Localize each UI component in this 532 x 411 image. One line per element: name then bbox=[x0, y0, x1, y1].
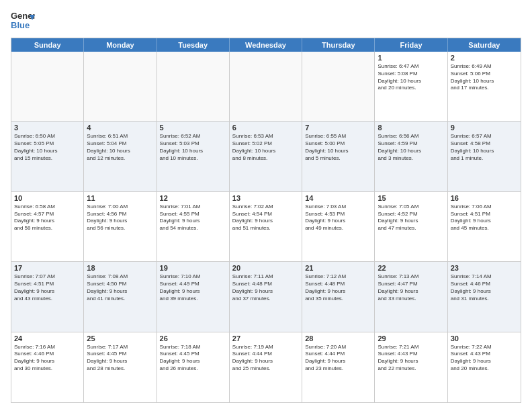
weekday-header-wednesday: Wednesday bbox=[230, 38, 302, 52]
day-number: 1 bbox=[378, 54, 444, 62]
day-info: Sunrise: 7:05 AMSunset: 4:52 PMDaylight:… bbox=[378, 203, 444, 232]
day-number: 29 bbox=[378, 334, 444, 342]
day-cell-28: 28Sunrise: 7:20 AMSunset: 4:44 PMDayligh… bbox=[302, 332, 375, 402]
day-number: 19 bbox=[160, 264, 226, 272]
day-info: Sunrise: 7:07 AMSunset: 4:51 PMDaylight:… bbox=[14, 273, 81, 302]
day-cell-29: 29Sunrise: 7:21 AMSunset: 4:43 PMDayligh… bbox=[375, 332, 447, 402]
day-number: 24 bbox=[14, 334, 81, 342]
day-cell-18: 18Sunrise: 7:08 AMSunset: 4:50 PMDayligh… bbox=[84, 262, 157, 331]
day-number: 22 bbox=[378, 264, 444, 272]
day-info: Sunrise: 7:08 AMSunset: 4:50 PMDaylight:… bbox=[87, 273, 153, 302]
calendar-header: SundayMondayTuesdayWednesdayThursdayFrid… bbox=[11, 38, 521, 52]
day-info: Sunrise: 6:55 AMSunset: 5:00 PMDaylight:… bbox=[305, 133, 371, 162]
day-cell-7: 7Sunrise: 6:55 AMSunset: 5:00 PMDaylight… bbox=[302, 122, 375, 191]
day-info: Sunrise: 6:53 AMSunset: 5:02 PMDaylight:… bbox=[232, 133, 299, 162]
day-info: Sunrise: 6:52 AMSunset: 5:03 PMDaylight:… bbox=[160, 133, 226, 162]
logo-icon: General Blue bbox=[11, 8, 35, 32]
day-info: Sunrise: 7:01 AMSunset: 4:55 PMDaylight:… bbox=[160, 203, 226, 232]
weekday-header-friday: Friday bbox=[375, 38, 447, 52]
day-number: 21 bbox=[305, 264, 371, 272]
day-info: Sunrise: 6:56 AMSunset: 4:59 PMDaylight:… bbox=[378, 133, 444, 162]
weekday-header-monday: Monday bbox=[84, 38, 157, 52]
empty-cell bbox=[302, 52, 375, 121]
day-info: Sunrise: 6:57 AMSunset: 4:58 PMDaylight:… bbox=[451, 133, 518, 162]
day-info: Sunrise: 7:10 AMSunset: 4:49 PMDaylight:… bbox=[160, 273, 226, 302]
day-info: Sunrise: 7:06 AMSunset: 4:51 PMDaylight:… bbox=[451, 203, 518, 232]
day-info: Sunrise: 7:00 AMSunset: 4:56 PMDaylight:… bbox=[87, 203, 153, 232]
day-cell-21: 21Sunrise: 7:12 AMSunset: 4:48 PMDayligh… bbox=[302, 262, 375, 331]
day-info: Sunrise: 7:03 AMSunset: 4:53 PMDaylight:… bbox=[305, 203, 371, 232]
empty-cell bbox=[11, 52, 84, 121]
day-cell-12: 12Sunrise: 7:01 AMSunset: 4:55 PMDayligh… bbox=[157, 192, 230, 261]
day-number: 4 bbox=[87, 124, 153, 132]
day-cell-10: 10Sunrise: 6:58 AMSunset: 4:57 PMDayligh… bbox=[11, 192, 84, 261]
day-cell-15: 15Sunrise: 7:05 AMSunset: 4:52 PMDayligh… bbox=[375, 192, 447, 261]
day-info: Sunrise: 6:51 AMSunset: 5:04 PMDaylight:… bbox=[87, 133, 153, 162]
day-cell-8: 8Sunrise: 6:56 AMSunset: 4:59 PMDaylight… bbox=[375, 122, 447, 191]
day-cell-19: 19Sunrise: 7:10 AMSunset: 4:49 PMDayligh… bbox=[157, 262, 230, 331]
day-info: Sunrise: 7:14 AMSunset: 4:46 PMDaylight:… bbox=[451, 273, 518, 302]
day-cell-6: 6Sunrise: 6:53 AMSunset: 5:02 PMDaylight… bbox=[230, 122, 302, 191]
day-number: 13 bbox=[232, 194, 299, 202]
calendar: SundayMondayTuesdayWednesdayThursdayFrid… bbox=[11, 38, 521, 403]
day-info: Sunrise: 6:47 AMSunset: 5:08 PMDaylight:… bbox=[378, 63, 444, 92]
day-number: 18 bbox=[87, 264, 153, 272]
day-number: 9 bbox=[451, 124, 518, 132]
weekday-header-saturday: Saturday bbox=[448, 38, 521, 52]
weekday-header-sunday: Sunday bbox=[11, 38, 84, 52]
day-number: 16 bbox=[451, 194, 518, 202]
day-cell-9: 9Sunrise: 6:57 AMSunset: 4:58 PMDaylight… bbox=[448, 122, 521, 191]
day-info: Sunrise: 7:13 AMSunset: 4:47 PMDaylight:… bbox=[378, 273, 444, 302]
calendar-row-4: 17Sunrise: 7:07 AMSunset: 4:51 PMDayligh… bbox=[11, 262, 521, 332]
svg-text:Blue: Blue bbox=[11, 20, 30, 30]
day-cell-13: 13Sunrise: 7:02 AMSunset: 4:54 PMDayligh… bbox=[230, 192, 302, 261]
day-number: 5 bbox=[160, 124, 226, 132]
day-cell-2: 2Sunrise: 6:49 AMSunset: 5:06 PMDaylight… bbox=[448, 52, 521, 121]
day-cell-25: 25Sunrise: 7:17 AMSunset: 4:45 PMDayligh… bbox=[84, 332, 157, 402]
calendar-row-2: 3Sunrise: 6:50 AMSunset: 5:05 PMDaylight… bbox=[11, 122, 521, 191]
empty-cell bbox=[84, 52, 157, 121]
day-cell-20: 20Sunrise: 7:11 AMSunset: 4:48 PMDayligh… bbox=[230, 262, 302, 331]
day-cell-30: 30Sunrise: 7:22 AMSunset: 4:43 PMDayligh… bbox=[448, 332, 521, 402]
day-cell-1: 1Sunrise: 6:47 AMSunset: 5:08 PMDaylight… bbox=[375, 52, 447, 121]
calendar-row-3: 10Sunrise: 6:58 AMSunset: 4:57 PMDayligh… bbox=[11, 192, 521, 262]
day-number: 20 bbox=[232, 264, 299, 272]
day-cell-14: 14Sunrise: 7:03 AMSunset: 4:53 PMDayligh… bbox=[302, 192, 375, 261]
day-info: Sunrise: 7:12 AMSunset: 4:48 PMDaylight:… bbox=[305, 273, 371, 302]
day-cell-23: 23Sunrise: 7:14 AMSunset: 4:46 PMDayligh… bbox=[448, 262, 521, 331]
day-number: 2 bbox=[451, 54, 518, 62]
day-number: 8 bbox=[378, 124, 444, 132]
day-number: 6 bbox=[232, 124, 299, 132]
day-number: 28 bbox=[305, 334, 371, 342]
day-info: Sunrise: 7:18 AMSunset: 4:45 PMDaylight:… bbox=[160, 344, 226, 373]
day-info: Sunrise: 7:17 AMSunset: 4:45 PMDaylight:… bbox=[87, 344, 153, 373]
day-number: 14 bbox=[305, 194, 371, 202]
day-number: 23 bbox=[451, 264, 518, 272]
day-cell-3: 3Sunrise: 6:50 AMSunset: 5:05 PMDaylight… bbox=[11, 122, 84, 191]
day-cell-16: 16Sunrise: 7:06 AMSunset: 4:51 PMDayligh… bbox=[448, 192, 521, 261]
day-info: Sunrise: 7:21 AMSunset: 4:43 PMDaylight:… bbox=[378, 344, 444, 373]
calendar-body: 1Sunrise: 6:47 AMSunset: 5:08 PMDaylight… bbox=[11, 52, 521, 402]
day-number: 27 bbox=[232, 334, 299, 342]
day-info: Sunrise: 6:49 AMSunset: 5:06 PMDaylight:… bbox=[451, 63, 518, 92]
day-info: Sunrise: 7:20 AMSunset: 4:44 PMDaylight:… bbox=[305, 344, 371, 373]
calendar-row-5: 24Sunrise: 7:16 AMSunset: 4:46 PMDayligh… bbox=[11, 332, 521, 402]
page: General Blue SundayMondayTuesdayWednesda… bbox=[0, 0, 532, 411]
day-info: Sunrise: 7:22 AMSunset: 4:43 PMDaylight:… bbox=[451, 344, 518, 373]
day-cell-11: 11Sunrise: 7:00 AMSunset: 4:56 PMDayligh… bbox=[84, 192, 157, 261]
day-cell-27: 27Sunrise: 7:19 AMSunset: 4:44 PMDayligh… bbox=[230, 332, 302, 402]
day-cell-24: 24Sunrise: 7:16 AMSunset: 4:46 PMDayligh… bbox=[11, 332, 84, 402]
calendar-row-1: 1Sunrise: 6:47 AMSunset: 5:08 PMDaylight… bbox=[11, 52, 521, 122]
day-info: Sunrise: 6:50 AMSunset: 5:05 PMDaylight:… bbox=[14, 133, 81, 162]
day-cell-22: 22Sunrise: 7:13 AMSunset: 4:47 PMDayligh… bbox=[375, 262, 447, 331]
weekday-header-thursday: Thursday bbox=[302, 38, 375, 52]
day-number: 3 bbox=[14, 124, 81, 132]
day-cell-5: 5Sunrise: 6:52 AMSunset: 5:03 PMDaylight… bbox=[157, 122, 230, 191]
day-cell-26: 26Sunrise: 7:18 AMSunset: 4:45 PMDayligh… bbox=[157, 332, 230, 402]
day-cell-17: 17Sunrise: 7:07 AMSunset: 4:51 PMDayligh… bbox=[11, 262, 84, 331]
day-cell-4: 4Sunrise: 6:51 AMSunset: 5:04 PMDaylight… bbox=[84, 122, 157, 191]
day-number: 26 bbox=[160, 334, 226, 342]
day-info: Sunrise: 7:16 AMSunset: 4:46 PMDaylight:… bbox=[14, 344, 81, 373]
empty-cell bbox=[157, 52, 230, 121]
day-info: Sunrise: 7:19 AMSunset: 4:44 PMDaylight:… bbox=[232, 344, 299, 373]
